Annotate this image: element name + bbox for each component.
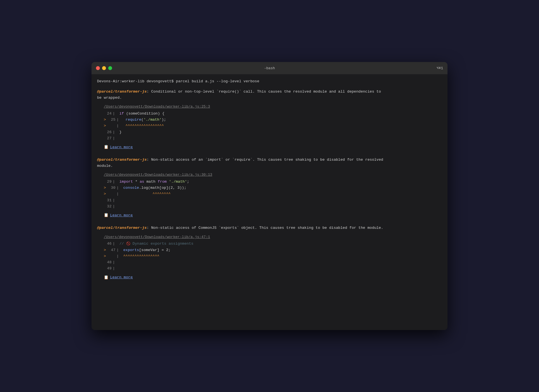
line-arrow: >: [104, 123, 108, 129]
line-content: if (someCondition) {: [117, 111, 164, 117]
line-num: 31: [104, 197, 112, 204]
traffic-lights: [96, 66, 112, 70]
line-arrow: >: [104, 191, 108, 197]
carets: ^^^^^^^^^^^^^^^^: [121, 253, 159, 259]
line-content: require('./math');: [121, 117, 166, 123]
file-location-3: /Users/devongovett/Downloads/worker-lib/…: [104, 234, 442, 240]
line-pipe: |: [113, 266, 115, 272]
line-arrow: >: [104, 253, 108, 259]
learn-more-link-2[interactable]: Learn more: [110, 213, 133, 218]
code-line-32: 32 |: [104, 204, 442, 210]
learn-more-icon-3: 📋: [104, 275, 108, 281]
line-num: 30: [108, 185, 115, 191]
warning-header-3: @parcel/transformer-js: Non-static acces…: [97, 225, 442, 231]
code-line-49: 49 |: [104, 266, 442, 272]
carets: ^^^^^^^^^^^^^^^^^: [121, 123, 164, 129]
line-num: 25: [108, 117, 115, 123]
code-line-caret-3: > | ^^^^^^^^^^^^^^^^: [104, 253, 442, 259]
file-location-1: /Users/devongovett/Downloads/worker-lib/…: [104, 104, 442, 110]
warning-block-3: @parcel/transformer-js: Non-static acces…: [97, 225, 442, 280]
line-pipe: |: [113, 179, 115, 185]
close-button[interactable]: [96, 66, 100, 70]
code-line-48: 48 |: [104, 259, 442, 266]
code-line-31: 31 |: [104, 197, 442, 204]
line-pipe: |: [113, 111, 115, 117]
line-num: [108, 253, 115, 259]
line-pipe: |: [117, 123, 119, 129]
line-pipe: |: [113, 135, 115, 142]
warning-message-3: : Non-static access of CommonJS `exports…: [147, 226, 383, 230]
line-content: import * as math from './math';: [117, 179, 189, 185]
line-num: 32: [104, 204, 112, 210]
line-pipe: |: [113, 241, 115, 247]
carets: ^^^^^^^^: [121, 191, 170, 197]
warning-block-2: @parcel/transformer-js: Non-static acces…: [97, 157, 442, 218]
code-line-27: 27 |: [104, 135, 442, 142]
terminal-content: Devons-Air:worker-lib devongovett$ parce…: [92, 74, 447, 330]
line-pipe: |: [117, 117, 119, 123]
prompt-text: Devons-Air:worker-lib devongovett$ parce…: [97, 79, 259, 83]
line-num: 46: [104, 241, 112, 247]
line-arrow: >: [104, 185, 108, 191]
line-pipe: |: [117, 185, 119, 191]
line-pipe: |: [113, 259, 115, 266]
code-line-47: > 47 | exports[someVar] = 2;: [104, 247, 442, 253]
line-pipe: |: [117, 191, 119, 197]
learn-more-1: 📋 Learn more: [104, 144, 442, 150]
maximize-button[interactable]: [108, 66, 112, 70]
window-shortcut: ⌥⌘1: [437, 66, 443, 70]
terminal-window: -bash ⌥⌘1 Devons-Air:worker-lib devongov…: [92, 62, 447, 330]
line-content: console.log(math[op](2, 3));: [121, 185, 186, 191]
line-num: [108, 191, 115, 197]
line-pipe: |: [113, 204, 115, 210]
prompt-line: Devons-Air:worker-lib devongovett$ parce…: [97, 79, 442, 84]
code-block-1: 24 | if (someCondition) { > 25 | require…: [104, 111, 442, 142]
line-pipe: |: [113, 129, 115, 135]
no-entry-icon: 🚫: [126, 242, 130, 246]
warning-message-2: : Non-static access of an `import` or `r…: [147, 158, 383, 162]
line-content: exports[someVar] = 2;: [121, 247, 170, 253]
warning-message-1: : Conditional or non-top-level `require(…: [147, 90, 381, 94]
line-num: [108, 123, 115, 129]
learn-more-3: 📋 Learn more: [104, 275, 442, 281]
line-num: 29: [104, 179, 112, 185]
warning-block-1: @parcel/transformer-js: Conditional or n…: [97, 89, 442, 150]
code-block-3: 46 | // 🚫 Dynamic exports assignments > …: [104, 241, 442, 272]
line-content: }: [117, 129, 122, 135]
code-line-46: 46 | // 🚫 Dynamic exports assignments: [104, 241, 442, 247]
code-line-25: > 25 | require('./math');: [104, 117, 442, 123]
warning-header-2: @parcel/transformer-js: Non-static acces…: [97, 157, 442, 169]
line-num: 24: [104, 111, 112, 117]
line-num: 48: [104, 259, 112, 266]
learn-more-icon-1: 📋: [104, 144, 108, 150]
minimize-button[interactable]: [102, 66, 106, 70]
line-num: 47: [108, 247, 115, 253]
warning-header-1: @parcel/transformer-js: Conditional or n…: [97, 89, 442, 101]
code-block-2: 29 | import * as math from './math'; > 3…: [104, 179, 442, 210]
learn-more-link-1[interactable]: Learn more: [110, 145, 133, 150]
code-line-caret-2: > | ^^^^^^^^: [104, 191, 442, 197]
line-num: 27: [104, 135, 112, 142]
learn-more-icon-2: 📋: [104, 212, 108, 218]
warning-message-2b: module.: [97, 164, 113, 168]
window-title: -bash: [264, 66, 275, 70]
code-line-caret-1: > | ^^^^^^^^^^^^^^^^^: [104, 123, 442, 129]
plugin-name-1: @parcel/transformer-js: [97, 90, 147, 94]
plugin-name-3: @parcel/transformer-js: [97, 226, 147, 230]
warning-message-1b: be wrapped.: [97, 96, 122, 100]
learn-more-link-3[interactable]: Learn more: [110, 275, 133, 280]
code-line-29: 29 | import * as math from './math';: [104, 179, 442, 185]
line-arrow: >: [104, 247, 108, 253]
line-num: 49: [104, 266, 112, 272]
line-num: 26: [104, 129, 112, 135]
line-pipe: |: [117, 253, 119, 259]
line-arrow: >: [104, 117, 108, 123]
file-location-2: /Users/devongovett/Downloads/worker-lib/…: [104, 172, 442, 178]
line-content: // 🚫 Dynamic exports assignments: [117, 241, 193, 247]
code-line-30: > 30 | console.log(math[op](2, 3));: [104, 185, 442, 191]
title-bar: -bash ⌥⌘1: [92, 62, 447, 74]
plugin-name-2: @parcel/transformer-js: [97, 158, 147, 162]
learn-more-2: 📋 Learn more: [104, 212, 442, 218]
code-line-26: 26 | }: [104, 129, 442, 135]
code-line-24: 24 | if (someCondition) {: [104, 111, 442, 117]
